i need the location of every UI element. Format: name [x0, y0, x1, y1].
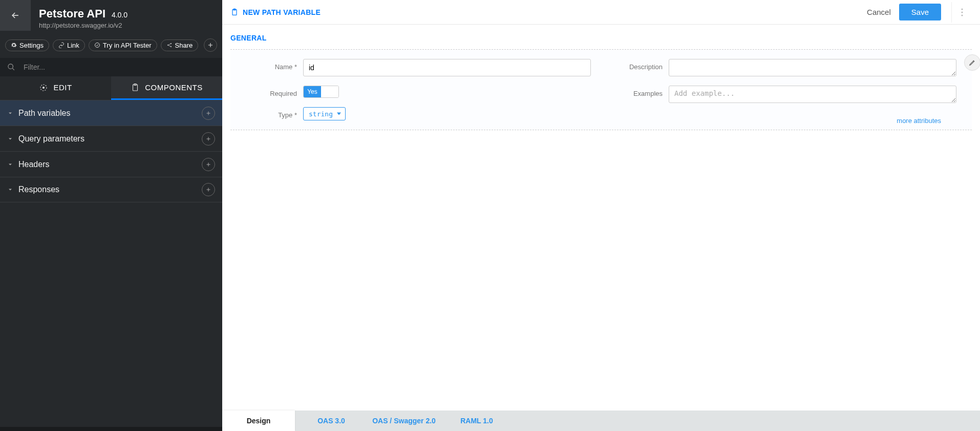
name-label: Name * — [246, 59, 297, 71]
section-add-query-parameters[interactable] — [202, 132, 215, 146]
svg-point-1 — [167, 45, 168, 46]
back-button[interactable] — [0, 0, 31, 31]
share-icon — [166, 42, 173, 48]
target-icon — [39, 83, 48, 92]
share-label: Share — [175, 42, 193, 49]
bottom-tabs: Design OAS 3.0 OAS / Swagger 2.0 RAML 1.… — [222, 411, 980, 431]
api-url: http://petstore.swagger.io/v2 — [39, 22, 214, 29]
section-headers[interactable]: Headers — [0, 151, 222, 177]
more-menu-button[interactable] — [951, 2, 972, 23]
required-yes: Yes — [304, 86, 321, 97]
main-panel: NEW PATH VARIABLE Cancel Save GENERAL Na… — [222, 0, 980, 431]
sidebar: Petstore API 4.0.0 http://petstore.swagg… — [0, 0, 222, 431]
type-select[interactable]: string — [303, 107, 346, 120]
more-attributes-link[interactable]: more attributes — [897, 117, 941, 125]
search-icon — [7, 63, 15, 71]
clipboard-icon — [131, 83, 140, 92]
more-vertical-icon — [961, 8, 963, 16]
link-icon — [58, 42, 65, 48]
share-button[interactable]: Share — [161, 39, 199, 51]
section-label: Path variables — [18, 109, 202, 118]
tab-components[interactable]: COMPONENTS — [111, 76, 222, 100]
general-section-title: GENERAL — [230, 34, 972, 42]
tab-edit-label: EDIT — [53, 83, 72, 92]
plus-icon — [205, 187, 211, 193]
section-add-headers[interactable] — [202, 158, 215, 171]
settings-button[interactable]: Settings — [5, 39, 49, 51]
filter-input[interactable] — [24, 63, 215, 71]
plus-icon — [205, 136, 211, 142]
svg-point-11 — [961, 11, 963, 13]
edit-fab-button[interactable] — [964, 54, 980, 71]
cancel-button[interactable]: Cancel — [859, 4, 899, 20]
caret-down-icon — [7, 136, 13, 142]
section-query-parameters[interactable]: Query parameters — [0, 126, 222, 151]
svg-point-3 — [171, 46, 172, 47]
gear-icon — [11, 42, 17, 48]
caret-down-icon — [7, 110, 13, 116]
name-input[interactable] — [303, 59, 591, 76]
svg-point-2 — [171, 43, 172, 44]
section-path-variables[interactable]: Path variables — [0, 100, 222, 126]
add-button[interactable] — [204, 38, 217, 52]
required-label: Required — [246, 86, 297, 97]
bottom-tab-oas3[interactable]: OAS 3.0 — [295, 411, 368, 431]
tab-edit[interactable]: EDIT — [0, 76, 111, 100]
settings-label: Settings — [19, 42, 44, 49]
try-api-tester-button[interactable]: Try in API Tester — [89, 39, 157, 51]
tab-components-label: COMPONENTS — [145, 83, 203, 92]
svg-point-10 — [961, 8, 963, 10]
section-label: Headers — [18, 160, 202, 169]
plus-icon — [205, 110, 211, 116]
api-title: Petstore API — [39, 7, 105, 20]
svg-point-0 — [95, 43, 99, 48]
svg-point-12 — [961, 14, 963, 16]
section-label: Responses — [18, 185, 202, 194]
page-title: NEW PATH VARIABLE — [230, 8, 321, 16]
required-toggle[interactable]: Yes — [303, 86, 339, 98]
plus-icon — [207, 42, 214, 49]
examples-label: Examples — [611, 86, 663, 97]
pencil-icon — [969, 59, 976, 66]
bottom-tab-design[interactable]: Design — [222, 411, 295, 431]
section-label: Query parameters — [18, 134, 202, 143]
check-circle-icon — [94, 42, 100, 48]
description-input[interactable] — [669, 59, 956, 76]
bottom-tab-oas2[interactable]: OAS / Swagger 2.0 — [368, 411, 440, 431]
bottom-tab-raml[interactable]: RAML 1.0 — [440, 411, 513, 431]
description-label: Description — [611, 59, 663, 71]
link-button[interactable]: Link — [53, 39, 85, 51]
page-title-text: NEW PATH VARIABLE — [243, 8, 321, 16]
api-version: 4.0.0 — [112, 11, 127, 19]
section-add-responses[interactable] — [202, 183, 215, 196]
link-label: Link — [67, 42, 79, 49]
clipboard-icon — [230, 8, 239, 16]
type-label: Type * — [246, 107, 297, 119]
section-add-path-variables[interactable] — [202, 107, 215, 120]
save-button[interactable]: Save — [899, 4, 941, 20]
try-label: Try in API Tester — [103, 42, 152, 49]
section-responses[interactable]: Responses — [0, 177, 222, 202]
svg-point-5 — [43, 87, 45, 88]
examples-input[interactable] — [669, 86, 956, 103]
caret-down-icon — [7, 161, 13, 168]
plus-icon — [205, 161, 211, 168]
caret-down-icon — [7, 187, 13, 193]
